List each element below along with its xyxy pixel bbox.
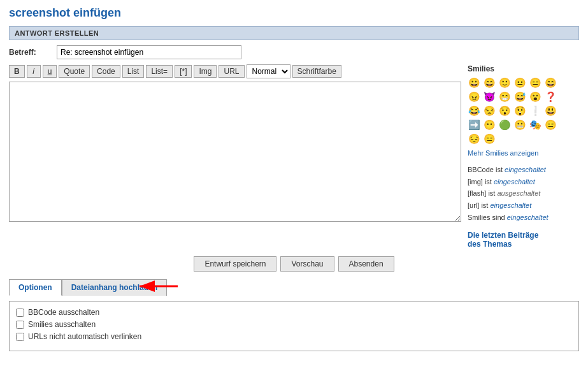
draft-button[interactable]: Entwurf speichern: [194, 256, 276, 272]
smiley[interactable]: 😬: [513, 119, 526, 131]
smiley[interactable]: 😮: [529, 91, 541, 103]
smiley[interactable]: ❕: [529, 105, 541, 117]
smilies-grid: 😀 😄 🙂 😐 😑 😄 😠 😈 😁 😅 😮 ❓ 😂 😒 😯 😲: [468, 76, 579, 145]
smiley[interactable]: 😄: [483, 76, 496, 89]
flash-status: [flash] ist ausgeschaltet: [468, 187, 579, 200]
smiley[interactable]: 😒: [483, 105, 496, 117]
bold-button[interactable]: B: [9, 65, 25, 78]
url-button[interactable]: URL: [219, 65, 244, 78]
smilies-title: Smilies: [468, 64, 579, 73]
url-status: [url] ist eingeschaltet: [468, 200, 579, 212]
code-button[interactable]: Code: [92, 65, 120, 78]
list-button[interactable]: List: [122, 65, 145, 78]
smilies-checkbox[interactable]: [16, 321, 24, 329]
smiley[interactable]: 😲: [513, 105, 526, 117]
smiley[interactable]: 😶: [483, 119, 496, 131]
star-button[interactable]: [*]: [175, 65, 192, 78]
smiley[interactable]: 🎭: [529, 119, 541, 131]
section-header: ANTWORT ERSTELLEN: [9, 26, 579, 40]
smiley[interactable]: 😃: [544, 105, 557, 117]
url-checkbox-label[interactable]: URLs nicht automatisch verlinken: [28, 332, 141, 341]
url-checkbox-row: URLs nicht automatisch verlinken: [16, 332, 572, 341]
tab-options[interactable]: Optionen: [9, 279, 62, 296]
format-select[interactable]: Normal: [247, 64, 290, 78]
quote-button[interactable]: Quote: [59, 65, 90, 78]
page-title: screenshot einfügen: [9, 6, 579, 20]
action-buttons: Entwurf speichern Vorschau Absenden: [9, 256, 579, 272]
smiley[interactable]: 😑: [483, 133, 496, 145]
send-button[interactable]: Absenden: [338, 256, 394, 272]
info-block: BBCode ist eingeschaltet [img] ist einge…: [468, 164, 579, 223]
smiley[interactable]: 😁: [498, 91, 511, 103]
smiley[interactable]: 😄: [544, 76, 557, 89]
bbcode-checkbox-label[interactable]: BBCode ausschalten: [28, 308, 99, 317]
smiley[interactable]: 😔: [468, 133, 480, 145]
smiley[interactable]: 😑: [529, 76, 541, 89]
smiley[interactable]: ➡️: [468, 119, 480, 131]
list-eq-button[interactable]: List=: [146, 65, 173, 78]
tabs-row: Optionen Dateianhang hochladen: [9, 279, 579, 296]
smilies-checkbox-label[interactable]: Smilies ausschalten: [28, 320, 96, 329]
img-status: [img] ist eingeschaltet: [468, 176, 579, 188]
tab-attachment[interactable]: Dateianhang hochladen: [62, 279, 167, 296]
img-button[interactable]: Img: [194, 65, 217, 78]
bbcode-status: BBCode ist eingeschaltet: [468, 164, 579, 176]
smiley[interactable]: 😈: [483, 91, 496, 103]
tab-container: Optionen Dateianhang hochladen: [9, 279, 579, 296]
last-posts-link[interactable]: Die letzten Beiträgedes Themas: [468, 231, 579, 249]
smiley[interactable]: 🙂: [498, 76, 511, 89]
smiley[interactable]: 😐: [513, 76, 526, 89]
smilies-section: Smilies 😀 😄 🙂 😐 😑 😄 😠 😈 😁 😅 😮 ❓ 😂 😒: [468, 64, 579, 157]
smilies-checkbox-row: Smilies ausschalten: [16, 320, 572, 329]
italic-button[interactable]: i: [27, 65, 41, 78]
color-button[interactable]: Schriftfarbe: [292, 65, 341, 78]
bbcode-checkbox-row: BBCode ausschalten: [16, 308, 572, 317]
page-wrapper: screenshot einfügen ANTWORT ERSTELLEN Be…: [0, 0, 588, 371]
main-content-area: B i u Quote Code List List= [*] Img URL …: [9, 64, 579, 249]
smiley[interactable]: 😯: [498, 105, 511, 117]
preview-button[interactable]: Vorschau: [280, 256, 334, 272]
subject-label: Betreff:: [9, 48, 57, 57]
smiley[interactable]: 😑: [544, 119, 557, 131]
underline-button[interactable]: u: [43, 65, 57, 78]
editor-area: B i u Quote Code List List= [*] Img URL …: [9, 64, 461, 249]
more-smilies-link[interactable]: Mehr Smilies anzeigen: [468, 149, 538, 157]
subject-row: Betreff:: [9, 45, 579, 59]
subject-input[interactable]: [57, 45, 241, 59]
bbcode-checkbox[interactable]: [16, 309, 24, 317]
smiley[interactable]: 😠: [468, 91, 480, 103]
smiley[interactable]: 😂: [468, 105, 480, 117]
options-section: BBCode ausschalten Smilies ausschalten U…: [9, 301, 579, 351]
message-textarea[interactable]: [9, 82, 461, 222]
smiley[interactable]: ❓: [544, 91, 557, 103]
smiley[interactable]: 🟢: [498, 119, 511, 131]
smiley[interactable]: 😀: [468, 76, 480, 89]
sidebar: Smilies 😀 😄 🙂 😐 😑 😄 😠 😈 😁 😅 😮 ❓ 😂 😒: [468, 64, 579, 249]
smilies-status: Smilies sind eingeschaltet: [468, 212, 579, 224]
toolbar: B i u Quote Code List List= [*] Img URL …: [9, 64, 461, 78]
url-checkbox[interactable]: [16, 333, 24, 341]
smiley[interactable]: 😅: [513, 91, 526, 103]
